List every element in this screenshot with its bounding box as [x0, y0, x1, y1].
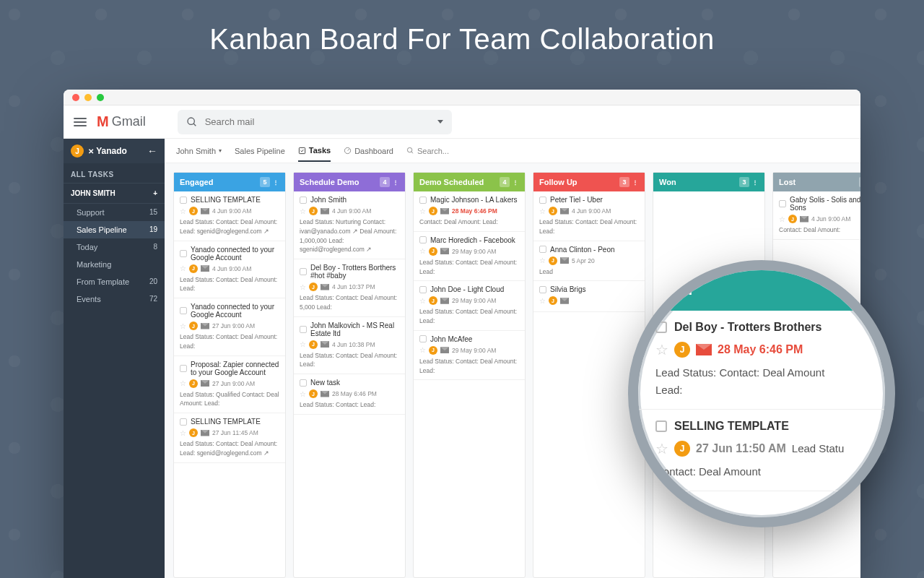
magnifier-card1-fields: Lead Status: Contact: Deal Amount Lead: [655, 364, 871, 399]
mail-icon [201, 430, 209, 436]
column-header[interactable]: Follow Up3⋮ [533, 173, 645, 191]
star-icon[interactable]: ☆ [419, 247, 426, 255]
star-icon[interactable]: ☆ [300, 340, 306, 348]
kanban-card[interactable]: John Smith ☆J4 Jun 9:00 AM Lead Status: … [294, 191, 405, 259]
checkbox-icon[interactable] [300, 197, 307, 204]
checkbox-icon[interactable] [419, 286, 427, 293]
kanban-card[interactable]: Marc Horedich - Facebook ☆J29 May 9:00 A… [414, 232, 525, 282]
checkbox-icon[interactable] [180, 307, 187, 314]
column-header[interactable]: Lost1⋮ [773, 173, 860, 191]
star-icon[interactable]: ☆ [539, 207, 546, 215]
sidebar-item[interactable]: Events72 [64, 290, 165, 308]
kanban-column: Demo Scheduled4⋮ Magic Johnson - LA Lake… [413, 172, 526, 578]
avatar[interactable]: J [71, 144, 84, 158]
kanban-card[interactable]: John McAfee ☆J29 May 9:00 AM Lead Status… [414, 331, 525, 381]
tab-tasks[interactable]: Tasks [298, 140, 331, 162]
kanban-card[interactable]: John Malkovich - MS Real Estate ltd ☆J4 … [294, 317, 405, 375]
column-header[interactable]: Demo Scheduled4⋮ [414, 173, 525, 191]
checkbox-icon[interactable] [180, 365, 187, 372]
kanban-card[interactable]: SELLING TEMPLATE ☆J27 Jun 11:45 AM Lead … [174, 413, 285, 463]
star-icon[interactable]: ☆ [419, 207, 426, 215]
checkbox-icon[interactable] [180, 250, 187, 257]
star-icon[interactable]: ☆ [300, 283, 306, 291]
minimize-icon[interactable] [84, 94, 92, 101]
star-icon[interactable]: ☆ [300, 390, 306, 398]
checkbox-icon[interactable] [180, 197, 187, 204]
checkbox-icon[interactable] [419, 197, 427, 204]
avatar: J [429, 247, 437, 256]
star-icon[interactable]: ☆ [180, 264, 186, 272]
star-icon[interactable]: ☆ [180, 429, 186, 437]
star-icon[interactable]: ☆ [180, 207, 186, 215]
star-icon[interactable]: ☆ [419, 346, 426, 354]
sidebar-item[interactable]: Today8 [64, 238, 165, 256]
kanban-card[interactable]: New task ☆J28 May 6:46 PM Lead Status: C… [294, 374, 405, 415]
checkbox-icon[interactable] [779, 200, 786, 207]
kanban-card[interactable]: SELLING TEMPLATE ☆J4 Jun 9:00 AM Lead St… [174, 191, 285, 241]
gmail-search-input[interactable] [205, 116, 430, 127]
gmail-search[interactable] [178, 110, 452, 134]
kanban-card[interactable]: Yanado connected to your Google Account … [174, 241, 285, 299]
avatar: J [189, 264, 198, 273]
sidebar-all-tasks[interactable]: ALL TASKS [64, 163, 165, 183]
star-icon[interactable]: ☆ [539, 297, 546, 305]
avatar: J [309, 282, 318, 291]
mail-icon [201, 323, 209, 329]
sidebar-item[interactable]: Marketing [64, 256, 165, 273]
star-icon[interactable]: ☆ [779, 215, 785, 223]
star-icon[interactable]: ☆ [180, 379, 186, 387]
maximize-icon[interactable] [97, 94, 104, 101]
sidebar-item[interactable]: From Template20 [64, 273, 165, 290]
kanban-card[interactable]: Del Boy - Trotters Borthers #hot #baby ☆… [294, 259, 405, 317]
star-icon[interactable]: ☆ [655, 341, 668, 358]
user-dropdown[interactable]: John Smith ▾ [176, 141, 222, 161]
sidebar-item[interactable]: Sales Pipeline19 [64, 221, 165, 238]
checkbox-icon[interactable] [419, 236, 427, 243]
checkbox-icon[interactable] [655, 420, 667, 432]
gmail-logo[interactable]: M Gmail [97, 113, 146, 130]
avatar: J [189, 322, 198, 330]
sidebar-user-header[interactable]: JOHN SMITH + [64, 183, 165, 204]
checkbox-icon[interactable] [180, 418, 187, 426]
star-icon[interactable]: ☆ [419, 297, 426, 305]
checkbox-icon[interactable] [300, 379, 307, 387]
checkbox-icon[interactable] [655, 322, 667, 333]
column-header[interactable]: Engaged5⋮ [174, 173, 285, 191]
kanban-card[interactable]: Proposal: Zapier connected to your Googl… [174, 356, 285, 414]
checkbox-icon[interactable] [539, 286, 546, 293]
hamburger-icon[interactable] [74, 118, 87, 126]
kanban-card[interactable]: Gaby Solis - Solis and Sons ☆J4 Jun 9:00… [773, 191, 860, 240]
checkbox-icon[interactable] [539, 197, 546, 204]
svg-line-5 [411, 152, 413, 153]
kanban-card[interactable]: John Doe - Light Cloud ☆J29 May 9:00 AM … [414, 281, 525, 331]
star-icon[interactable]: ☆ [180, 322, 186, 330]
add-icon[interactable]: + [153, 189, 157, 197]
star-icon[interactable]: ☆ [539, 256, 546, 264]
tab-dashboard[interactable]: Dashboard [344, 141, 393, 161]
kanban-card[interactable]: Yanado connected to your Google Account … [174, 298, 285, 356]
kanban-card[interactable]: Magic Johnson - LA Lakers ☆J28 May 6:46 … [414, 191, 525, 232]
avatar: J [189, 428, 198, 437]
avatar: J [674, 342, 690, 358]
search-icon [186, 116, 198, 128]
toolbar-search[interactable]: Search... [406, 147, 449, 155]
checkbox-icon[interactable] [300, 326, 307, 333]
sidebar-item[interactable]: Support15 [64, 204, 165, 221]
star-icon[interactable]: ☆ [655, 440, 668, 457]
kanban-card[interactable]: Anna Clinton - Peon ☆J5 Apr 20 Lead [533, 241, 645, 282]
checkbox-icon[interactable] [300, 268, 307, 275]
kanban-card[interactable]: Silvia Brigs ☆J [533, 281, 645, 312]
pipeline-label[interactable]: Sales Pipeline [235, 141, 285, 161]
tasks-icon [298, 147, 306, 155]
checkbox-icon[interactable] [539, 246, 546, 253]
checkbox-icon[interactable] [419, 335, 427, 342]
search-dropdown-icon[interactable] [437, 120, 443, 124]
kanban-card[interactable]: Peter Tiel - Uber ☆J4 Jun 9:00 AM Lead S… [533, 191, 645, 241]
back-arrow-icon[interactable]: ← [147, 145, 157, 157]
column-header[interactable]: Won3⋮ [653, 173, 764, 191]
magnifier-card2-fields: Contact: Deal Amount [655, 463, 871, 480]
column-header[interactable]: Schedule Demo4⋮ [294, 173, 405, 191]
close-icon[interactable] [72, 94, 79, 101]
star-icon[interactable]: ☆ [300, 207, 306, 215]
gmail-brand-text: Gmail [112, 114, 146, 129]
